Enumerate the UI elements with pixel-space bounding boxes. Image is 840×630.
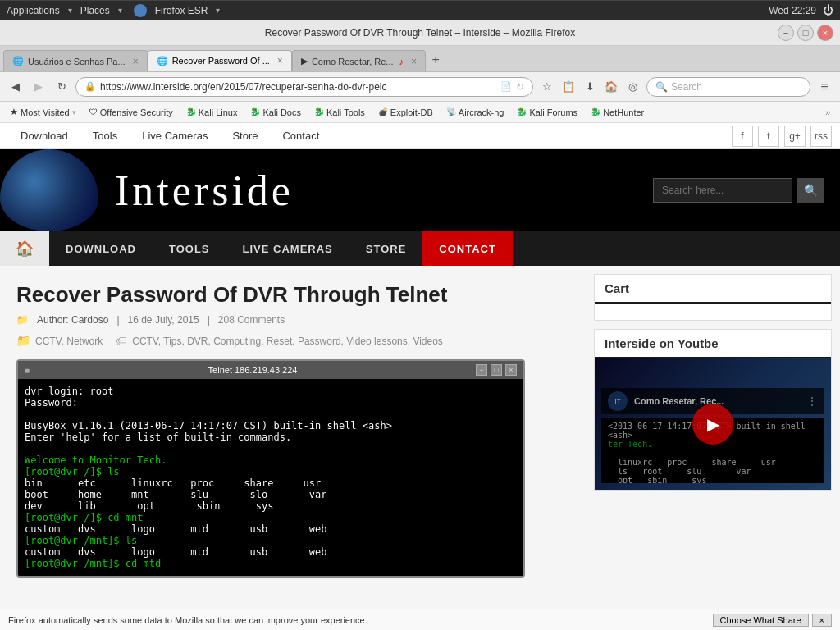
article-categories: CCTV, Network [35,334,103,349]
site-nav-store[interactable]: Store [220,124,270,148]
tab-bar: 🌐 Usuários e Senhas Pa... × 🌐 Recover Pa… [0,46,840,72]
bookmark-most-visited[interactable]: ★ Most Visited ▾ [5,105,81,119]
places-menu[interactable]: Places [80,5,110,16]
main-nav-tools[interactable]: TOOLS [153,231,226,266]
exploit-db-icon: 💣 [378,107,388,116]
forward-button[interactable]: ▶ [30,78,48,96]
terminal-line-6 [25,443,517,454]
article-tags-text: CCTV, Tips, DVR, Computing, Reset, Passw… [132,334,443,349]
site-top-nav: Download Tools Live Cameras Store Contac… [0,123,840,149]
status-dismiss-button[interactable]: × [812,614,832,627]
menu-icon[interactable]: ≡ [815,78,833,96]
firefox-menu[interactable]: Firefox ESR [155,5,208,16]
bookmark-kali-linux[interactable]: 🐉 Kali Linux [181,106,243,119]
youtube-play-button[interactable]: ▶ [692,404,733,445]
bookmarks-more[interactable]: » [820,106,835,119]
site-nav-download[interactable]: Download [8,124,80,148]
tab-1-close[interactable]: × [133,56,139,67]
choose-what-share-button[interactable]: Choose What Share [713,614,809,627]
terminal-body: dvr login: root Password: BusyBox v1.16.… [18,379,523,576]
tag-icon: 🏷 [116,334,127,347]
clipboard-icon[interactable]: 📋 [559,78,578,96]
cart-widget-body [595,304,831,320]
home-nav-button[interactable]: 🏠 [0,231,49,266]
main-nav-download[interactable]: DOWNLOAD [49,231,153,266]
reader-mode-icon[interactable]: 📄 [500,81,512,92]
bookmark-star-icon[interactable]: ☆ [538,78,556,96]
youtube-widget: Interside on Youtbe IT Como Resetar, Rec… [594,329,832,491]
terminal-screenshot: ■ Telnet 186.219.43.224 − □ × dvr login:… [16,359,525,578]
bookmark-nethunter[interactable]: 🐉 NetHunter [586,106,649,119]
tab-3-close[interactable]: × [411,56,417,67]
main-nav-live-cameras[interactable]: LIVE CAMERAS [226,231,349,266]
url-bar[interactable]: 🔒 https://www.interside.org/en/2015/07/r… [75,77,533,97]
rss-icon[interactable]: rss [810,126,832,147]
most-visited-chevron: ▾ [72,108,76,116]
meta-separator-2: | [208,314,210,326]
back-button[interactable]: ◀ [7,78,25,96]
terminal-line-13: custom dvs logo mtd usb web [25,523,517,535]
header-search-button[interactable]: 🔍 [797,178,824,203]
article-tags: 📁 CCTV, Network 🏷 CCTV, Tips, DVR, Compu… [16,334,569,349]
article-date: 16 de July, 2015 [128,314,199,326]
main-nav-store[interactable]: STORE [349,231,423,266]
terminal-line-1: dvr login: root [25,386,517,397]
maximize-button[interactable]: □ [797,25,814,41]
browser-titlebar: Recover Password Of DVR Through Telnet –… [0,20,840,46]
url-text: https://www.interside.org/en/2015/07/rec… [100,81,496,93]
tab-3[interactable]: ▶ Como Resetar, Re... ♪ × [292,50,426,71]
download-icon[interactable]: ⬇ [581,78,599,96]
bookmark-aircrack-ng[interactable]: 📡 Aircrack-ng [441,106,509,119]
terminal-line-11: dev lib opt sbin sys [25,500,517,512]
home-icon[interactable]: 🏠 [602,78,620,96]
terminal-minimize[interactable]: − [476,364,487,376]
tab-1[interactable]: 🌐 Usuários e Senhas Pa... × [3,50,148,71]
tab-2-close[interactable]: × [277,55,283,66]
applications-menu[interactable]: Applications [7,5,60,16]
search-placeholder: Search [671,81,702,93]
nethunter-icon: 🐉 [591,107,600,116]
search-bar[interactable]: 🔍 Search [646,77,810,97]
bookmark-kali-tools[interactable]: 🐉 Kali Tools [309,106,370,119]
bookmark-kali-forums[interactable]: 🐉 Kali Forums [512,106,582,119]
terminal-line-16: [root@dvr /mnt]$ cd mtd [25,558,517,569]
main-nav-contact[interactable]: CONTACT [422,231,513,266]
site-nav-contact[interactable]: Contact [270,124,331,148]
terminal-restore[interactable]: □ [491,364,502,376]
bookmark-offensive-security[interactable]: 🛡 Offensive Security [84,106,178,119]
close-button[interactable]: × [817,25,833,41]
youtube-embed[interactable]: IT Como Resetar, Rec... ⋮ <2013-06-17 14… [595,358,831,490]
terminal-title-text: Telnet 186.219.43.224 [208,365,298,375]
article-comments[interactable]: 208 Comments [218,314,285,326]
bookmark-kali-docs[interactable]: 🐉 Kali Docs [245,106,305,119]
terminal-line-2: Password: [25,397,517,409]
terminal-close[interactable]: × [505,364,517,376]
power-icon[interactable]: ⏻ [823,4,833,16]
article-title: Recover Password Of DVR Through Telnet [16,282,569,308]
tab-3-icon: ▶ [301,56,308,66]
refresh-url-icon[interactable]: ↻ [516,81,524,93]
youtube-widget-title: Interside on Youtbe [595,330,831,358]
new-tab-button[interactable]: + [426,50,445,70]
youtube-play-overlay[interactable]: ▶ [595,358,831,490]
site-nav-live-cameras[interactable]: Live Cameras [130,124,220,148]
address-bar: ◀ ▶ ↻ 🔒 https://www.interside.org/en/201… [0,72,840,102]
cart-widget-title: Cart [595,275,831,304]
reload-button[interactable]: ↻ [52,78,71,96]
tab-2[interactable]: 🌐 Recover Password Of ... × [148,50,292,71]
terminal-line-12: [root@dvr /]$ cd mnt [25,512,517,523]
minimize-button[interactable]: − [778,25,794,41]
terminal-line-3 [25,409,517,420]
terminal-line-4: BusyBox v1.16.1 (2013-06-17 14:17:07 CST… [25,420,517,431]
bookmark-exploit-db[interactable]: 💣 Exploit-DB [373,106,438,119]
site-logo-title[interactable]: Interside [115,167,294,215]
header-search-input[interactable] [653,178,792,203]
googleplus-icon[interactable]: g+ [784,126,806,147]
search-icon: 🔍 [655,81,668,93]
site-nav-tools[interactable]: Tools [80,124,130,148]
status-bar: Firefox automatically sends some data to… [0,609,840,630]
terminal-line-15: custom dvs logo mtd usb web [25,546,517,558]
facebook-icon[interactable]: f [732,126,753,147]
twitter-icon[interactable]: t [758,126,779,147]
pocket-icon[interactable]: ◎ [623,78,641,96]
